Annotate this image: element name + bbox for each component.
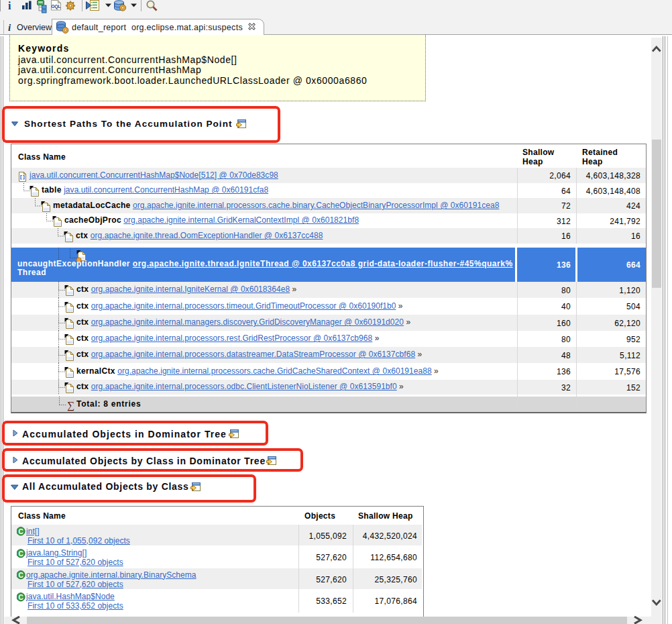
svg-text:∑: ∑ (67, 399, 74, 411)
svg-text:OQL: OQL (51, 4, 60, 9)
svg-text:C: C (18, 572, 23, 579)
svg-text:C: C (18, 550, 23, 557)
svg-text:C: C (18, 593, 23, 601)
svg-text:i: i (8, 22, 11, 33)
svg-text:C: C (18, 528, 23, 535)
svg-text:i: i (8, 0, 11, 11)
